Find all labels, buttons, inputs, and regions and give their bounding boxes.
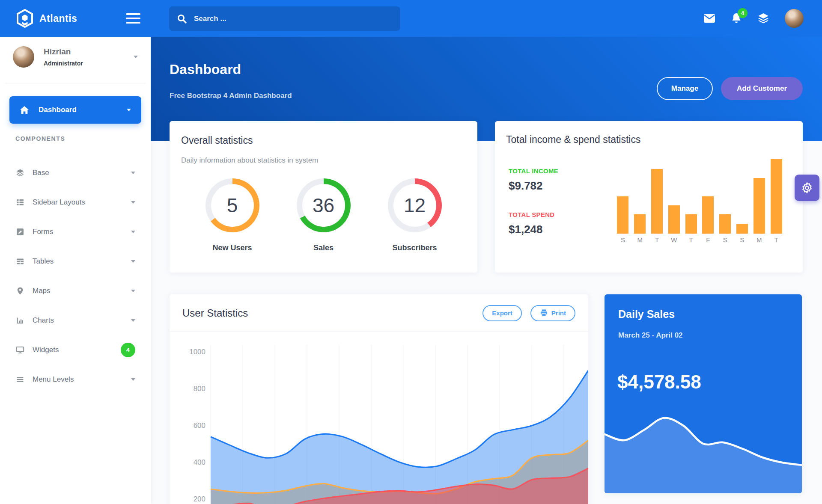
total-income-label: TOTAL INCOME [509,167,558,175]
search-icon [177,14,187,24]
sidebar-item-maps[interactable]: Maps [0,276,151,305]
income-bar [771,159,782,234]
header-actions: 4 [703,0,804,37]
user-statistics-chart: 1000800600400200 [170,332,588,504]
page-title: Dashboard [170,62,241,77]
print-button[interactable]: Print [530,305,575,321]
sidebar-item-menu-levels[interactable]: Menu Levels [0,365,151,394]
settings-fab[interactable] [795,175,819,201]
bar-column [649,169,666,234]
sidebar-toggle-icon[interactable] [126,13,140,24]
sidebar-item-label: Charts [33,316,54,325]
sidebar-item-label: Base [33,169,49,177]
search-input[interactable] [194,15,393,23]
stat-ring-new-users: 5 New Users [206,178,259,252]
sidebar-item-label: Widgets [33,346,59,354]
stat-rings-row: 5 New Users 36 Sales 12 Subscribers [170,178,477,252]
user-role: Administrator [44,60,134,67]
chevron-down-icon [134,56,138,58]
income-spend-card: Total income & spend statistics TOTAL IN… [495,121,803,273]
sidebar-item-widgets[interactable]: Widgets 4 [0,335,151,365]
layers-icon [757,12,769,24]
apps-button[interactable] [757,12,769,24]
stat-ring-sales: 36 Sales [297,178,351,252]
sidebar-item-label: Forms [33,228,53,236]
card-title: Overall statistics [181,135,253,146]
bar-column [614,196,631,234]
y-tick-label: 600 [194,421,206,430]
table-icon [15,257,25,266]
sidebar-item-forms[interactable]: Forms [0,217,151,246]
home-icon [20,106,29,114]
add-customer-button[interactable]: Add Customer [721,77,803,100]
income-bar [685,214,697,234]
chevron-down-icon [131,231,135,233]
sidebar-item-charts[interactable]: Charts [0,305,151,335]
bar-chart-labels: SMTWTFSSMT [614,236,785,243]
user-statistics-card: User Statistics Export Print 10008006004… [170,294,588,504]
ring-label: Subscribers [392,243,437,252]
income-bar [754,178,765,234]
daily-sales-chart [605,399,802,493]
user-avatar[interactable] [785,9,804,28]
sidebar-user[interactable]: Hizrian Administrator [13,46,138,68]
map-pin-icon [15,287,25,295]
sidebar-item-base[interactable]: Base [0,158,151,187]
date-range: March 25 - April 02 [618,331,683,340]
income-bar-label: S [614,236,631,243]
income-bar-chart: SMTWTFSSMT [614,159,785,243]
bar-column [665,205,682,234]
ring-value: 5 [227,194,238,217]
stat-ring-subscribers: 12 Subscribers [388,178,442,252]
chevron-down-icon [127,109,131,111]
page-subtitle: Free Bootstrap 4 Admin Dashboard [170,92,292,100]
card-title: Daily Sales [618,308,675,320]
gear-icon [801,182,813,194]
chevron-down-icon [131,290,135,292]
sidebar-user-avatar [13,46,34,68]
y-tick-label: 200 [194,495,206,503]
sidebar-item-sidebar-layouts[interactable]: Sidebar Layouts [0,187,151,217]
user-name: Hizrian [44,47,134,56]
income-bar-label: W [665,236,682,243]
search-box[interactable] [169,6,400,31]
sidebar-item-label: Dashboard [39,106,77,114]
income-bar-label: S [717,236,734,243]
ring-chart: 12 [388,178,442,232]
income-bar [719,214,731,234]
export-button[interactable]: Export [482,305,522,321]
income-bar-label: T [682,236,700,243]
sidebar-item-tables[interactable]: Tables [0,246,151,276]
daily-sales-amount: $4,578.58 [617,371,701,393]
sidebar: Hizrian Administrator Dashboard COMPONEN… [0,37,151,504]
bar-column [768,159,785,234]
sidebar-item-label: Menu Levels [33,375,74,384]
chevron-down-icon [131,260,135,263]
bar-column [734,224,751,234]
ring-value: 36 [313,194,334,217]
app-title: Atlantis [39,13,77,24]
bar-column [700,196,717,234]
export-button-label: Export [492,309,512,317]
total-spend-label: TOTAL SPEND [509,211,554,218]
card-header: User Statistics Export Print [170,294,588,332]
ring-chart: 5 [206,178,259,232]
income-bar-label: S [734,236,751,243]
income-bar [702,196,714,234]
total-spend-value: $1,248 [509,223,543,236]
divider [5,83,146,83]
income-bar [736,224,748,234]
chevron-down-icon [131,319,135,322]
bar-chart-bars [614,159,785,234]
chevron-down-icon [131,201,135,204]
ring-value: 12 [404,194,426,217]
bar-column [682,214,700,234]
manage-button[interactable]: Manage [657,77,713,100]
bar-column [717,214,734,234]
sidebar-item-dashboard[interactable]: Dashboard [9,96,141,124]
notifications-button[interactable]: 4 [731,12,742,24]
ring-chart: 36 [297,178,351,232]
card-title: User Statistics [182,307,248,319]
bar-chart-icon [15,316,25,325]
messages-button[interactable] [703,14,715,23]
